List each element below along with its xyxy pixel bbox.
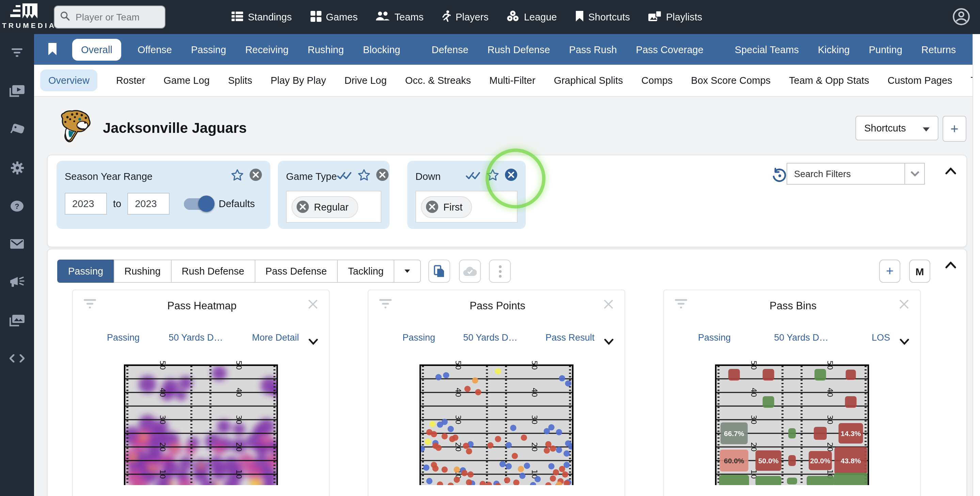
remove-chip-icon[interactable]: [426, 200, 439, 213]
remove-filter-icon[interactable]: [375, 168, 388, 184]
scrollbar[interactable]: [972, 34, 980, 496]
sidebar-whistle-icon[interactable]: [0, 117, 34, 142]
primary-tab-rushing[interactable]: Rushing: [307, 44, 344, 55]
primary-tab-returns[interactable]: Returns: [921, 44, 956, 55]
primary-tab-defense[interactable]: Defense: [432, 44, 469, 55]
search-filters-select[interactable]: Search Filters: [787, 163, 925, 185]
defaults-toggle[interactable]: [184, 197, 213, 210]
filter-panel-collapse-icon[interactable]: [945, 165, 956, 177]
card-close-icon[interactable]: [899, 299, 909, 312]
m-button[interactable]: M: [909, 260, 930, 283]
search-input[interactable]: [74, 11, 159, 23]
primary-tab-punting[interactable]: Punting: [869, 44, 902, 55]
primary-tab-pass-rush[interactable]: Pass Rush: [569, 44, 617, 55]
svg-text:40: 40: [826, 388, 834, 397]
card-setting-50-yards-d[interactable]: 50 Yards D…: [463, 332, 518, 343]
primary-tab-rush-defense[interactable]: Rush Defense: [488, 44, 550, 55]
card-filter-icon[interactable]: [84, 299, 96, 312]
chart-tab-tackling[interactable]: Tackling: [337, 260, 395, 283]
topnav-item-playlists[interactable]: Playlists: [648, 11, 702, 24]
sidebar-mail-icon[interactable]: [0, 232, 34, 256]
secondary-tab-occ-streaks[interactable]: Occ. & Streaks: [405, 75, 471, 86]
chart-tab-dropdown[interactable]: [394, 260, 421, 283]
secondary-tab-splits[interactable]: Splits: [228, 75, 252, 86]
star-icon[interactable]: [486, 169, 499, 183]
secondary-tab-play-by-play[interactable]: Play By Play: [271, 75, 326, 86]
filter-chip-regular[interactable]: Regular: [291, 196, 358, 218]
copy-button[interactable]: [428, 260, 450, 283]
primary-tab-blocking[interactable]: Blocking: [363, 44, 401, 55]
secondary-tab-overview[interactable]: Overview: [40, 70, 98, 91]
topnav-item-games[interactable]: Games: [310, 11, 358, 24]
chart-tab-passing[interactable]: Passing: [57, 260, 114, 283]
primary-tab-passing[interactable]: Passing: [191, 44, 226, 55]
add-chart-button[interactable]: +: [879, 260, 900, 283]
secondary-tab-drive-log[interactable]: Drive Log: [345, 75, 387, 86]
star-icon[interactable]: [357, 169, 370, 183]
sidebar-media-icon[interactable]: [0, 308, 34, 332]
secondary-tab-graphical-splits[interactable]: Graphical Splits: [554, 75, 623, 86]
shortcuts-button[interactable]: Shortcuts: [855, 116, 939, 140]
topnav-item-teams[interactable]: Teams: [376, 11, 423, 23]
season-from-input[interactable]: [65, 193, 107, 215]
card-filter-icon[interactable]: [675, 299, 687, 312]
card-setting-passing[interactable]: Passing: [402, 332, 435, 343]
card-expand-icon[interactable]: [900, 335, 909, 348]
sidebar-filter-icon[interactable]: [0, 41, 34, 65]
sidebar-megaphone-icon[interactable]: [0, 270, 34, 294]
card-close-icon[interactable]: [308, 299, 318, 312]
secondary-tab-team-opp-stats[interactable]: Team & Opp Stats: [789, 75, 869, 86]
sidebar-gear-icon[interactable]: [0, 155, 34, 180]
primary-tab-special-teams[interactable]: Special Teams: [735, 44, 799, 55]
primary-tab-kicking[interactable]: Kicking: [818, 44, 850, 55]
add-page-button[interactable]: +: [943, 116, 966, 142]
secondary-tab-box-score-comps[interactable]: Box Score Comps: [691, 75, 771, 86]
card-setting-los[interactable]: LOS: [872, 332, 890, 343]
chart-tab-pass-defense[interactable]: Pass Defense: [255, 260, 338, 283]
topnav-item-players[interactable]: Players: [442, 10, 488, 24]
bookmark-icon[interactable]: [48, 43, 57, 56]
card-setting-more-detail[interactable]: More Detail: [252, 332, 299, 343]
sidebar-help-icon[interactable]: ?: [0, 193, 34, 218]
remove-chip-icon[interactable]: [296, 200, 309, 213]
global-search[interactable]: [54, 5, 165, 29]
card-close-icon[interactable]: [603, 299, 614, 312]
topnav-item-shortcuts[interactable]: Shortcuts: [575, 11, 630, 24]
card-filter-icon[interactable]: [379, 299, 391, 312]
secondary-tab-custom-pages[interactable]: Custom Pages: [888, 75, 952, 86]
card-setting-50-yards-d[interactable]: 50 Yards D…: [169, 332, 223, 343]
chart-tab-rushing[interactable]: Rushing: [113, 260, 171, 283]
star-icon[interactable]: [231, 169, 244, 183]
card-expand-icon[interactable]: [309, 335, 318, 348]
card-setting-pass-result[interactable]: Pass Result: [546, 332, 595, 343]
secondary-tab-comps[interactable]: Comps: [641, 75, 673, 86]
cloud-button[interactable]: [459, 260, 481, 283]
primary-tab-overall[interactable]: Overall: [72, 38, 121, 60]
remove-filter-icon[interactable]: [504, 168, 518, 184]
history-icon[interactable]: [771, 167, 787, 187]
card-setting-passing[interactable]: Passing: [107, 332, 140, 343]
primary-tab-receiving[interactable]: Receiving: [245, 44, 288, 55]
more-options-button[interactable]: [489, 260, 511, 283]
card-expand-icon[interactable]: [604, 335, 614, 348]
chart-tab-rush-defense[interactable]: Rush Defense: [171, 260, 255, 283]
check-all-icon[interactable]: [337, 170, 352, 182]
secondary-tab-multi-filter[interactable]: Multi-Filter: [489, 75, 535, 86]
secondary-tab-game-log[interactable]: Game Log: [164, 75, 209, 86]
sidebar-video-playlist-icon[interactable]: [0, 79, 34, 104]
filter-chip-first[interactable]: First: [421, 196, 472, 218]
primary-tab-pass-coverage[interactable]: Pass Coverage: [636, 44, 703, 55]
topnav-item-standings[interactable]: Standings: [232, 11, 292, 24]
chart-panel-collapse-icon[interactable]: [945, 259, 956, 271]
card-setting-50-yards-d[interactable]: 50 Yards D…: [774, 332, 829, 343]
trumedia-logo[interactable]: TRUMEDIA: [0, 0, 48, 34]
card-setting-passing[interactable]: Passing: [698, 332, 731, 343]
account-icon[interactable]: [952, 8, 970, 29]
season-to-input[interactable]: [127, 193, 170, 215]
sidebar-code-icon[interactable]: [0, 346, 34, 371]
check-all-icon[interactable]: [466, 170, 481, 182]
primary-tab-offense[interactable]: Offense: [138, 44, 172, 55]
secondary-tab-roster[interactable]: Roster: [116, 75, 145, 86]
topnav-item-league[interactable]: League: [507, 10, 557, 24]
remove-filter-icon[interactable]: [249, 168, 262, 184]
